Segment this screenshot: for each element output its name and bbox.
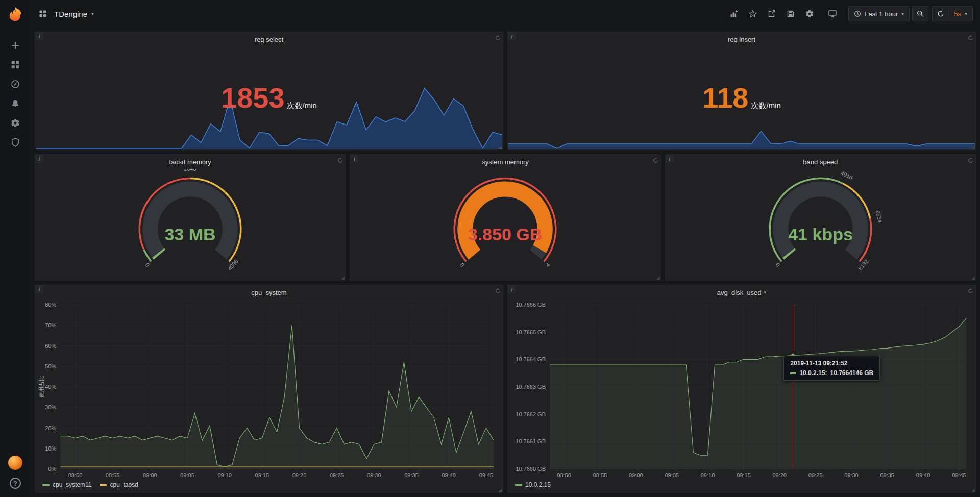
dashboard-grid: i req select 1853 次数/min i req insert 11… <box>31 28 980 497</box>
svg-text:8192: 8192 <box>856 258 869 271</box>
dashboard-settings-button[interactable] <box>801 6 818 22</box>
svg-text:10.7660 GB: 10.7660 GB <box>516 466 546 472</box>
caret-down-icon: ▾ <box>965 11 967 16</box>
panel-title-taosd-memory[interactable]: taosd memory <box>35 155 345 169</box>
sidebar-item-create[interactable] <box>0 36 31 55</box>
sidebar-item-alerting[interactable] <box>0 94 31 113</box>
sidebar-item-help[interactable]: ? <box>0 477 31 490</box>
panel-resize-handle[interactable] <box>971 488 975 492</box>
panel-info-icon[interactable]: i <box>35 32 43 40</box>
svg-text:40%: 40% <box>45 384 56 390</box>
svg-text:09:35: 09:35 <box>880 472 894 478</box>
svg-text:09:20: 09:20 <box>772 472 787 478</box>
panel-req-insert: i req insert 118 次数/min <box>507 32 976 150</box>
sidebar-item-explore[interactable] <box>0 74 31 94</box>
panel-loading-icon <box>968 34 973 43</box>
panel-title-band-speed[interactable]: band speed <box>666 155 975 169</box>
gear-icon <box>11 118 20 128</box>
panel-info-icon[interactable]: i <box>35 285 43 293</box>
graph-cpu-system[interactable]: 0%10%20%30%40%50%60%70%80%08:5008:5509:0… <box>37 300 501 480</box>
svg-text:50%: 50% <box>45 363 56 369</box>
grafana-app: ? TDengine ▾ <box>0 0 980 497</box>
svg-text:0: 0 <box>774 262 781 268</box>
svg-text:09:30: 09:30 <box>844 472 859 478</box>
sidebar-item-dashboards[interactable] <box>0 55 31 74</box>
legend-item[interactable]: 10.0.2.15 <box>515 481 551 488</box>
svg-text:09:00: 09:00 <box>629 472 643 478</box>
svg-text:09:25: 09:25 <box>330 472 344 478</box>
tooltip-series-label: 10.0.2.15: <box>799 369 827 377</box>
shield-icon <box>11 138 20 147</box>
navbar: TDengine ▾ La <box>31 0 980 28</box>
panel-resize-handle[interactable] <box>499 145 502 149</box>
panel-title-req-select[interactable]: req select <box>35 32 503 46</box>
magnifier-minus-icon <box>917 10 924 17</box>
svg-text:33 MB: 33 MB <box>164 225 215 244</box>
svg-text:08:55: 08:55 <box>106 472 120 478</box>
cycle-view-button[interactable] <box>824 6 841 22</box>
grafana-logo[interactable] <box>6 6 24 24</box>
share-button[interactable] <box>764 6 780 22</box>
svg-text:70%: 70% <box>45 322 56 328</box>
panel-band-speed: i band speed 049166554819241 kbps <box>665 154 976 281</box>
panel-loading-icon <box>495 34 501 43</box>
legend-item[interactable]: cpu_system11 <box>42 481 91 488</box>
grafana-flame-icon <box>6 6 24 24</box>
svg-text:09:10: 09:10 <box>217 472 232 478</box>
zoom-out-button[interactable] <box>912 6 928 21</box>
time-picker-button[interactable]: Last 1 hour ▾ <box>848 6 910 21</box>
panel-resize-handle[interactable] <box>499 488 502 492</box>
sidebar-item-profile[interactable] <box>0 455 31 470</box>
panel-title-req-insert[interactable]: req insert <box>508 32 975 46</box>
graph-avg-disk-used[interactable]: 10.7660 GB10.7661 GB10.7662 GB10.7663 GB… <box>510 300 973 480</box>
panel-info-icon[interactable]: i <box>508 285 516 293</box>
panel-info-icon[interactable]: i <box>666 155 674 163</box>
svg-text:80%: 80% <box>45 302 56 308</box>
save-button[interactable] <box>782 6 799 22</box>
svg-text:09:35: 09:35 <box>404 472 419 478</box>
panel-resize-handle[interactable] <box>656 276 660 280</box>
legend-item[interactable]: cpu_taosd <box>100 481 138 488</box>
avatar <box>8 456 22 470</box>
panel-title-avg-disk-used[interactable]: avg_disk_used ▾ <box>508 285 975 300</box>
panel-resize-handle[interactable] <box>971 145 975 149</box>
add-panel-button[interactable] <box>726 6 742 22</box>
caret-down-icon: ▾ <box>91 11 94 16</box>
tv-monitor-icon <box>828 10 837 18</box>
svg-text:10.7661 GB: 10.7661 GB <box>516 438 546 444</box>
svg-text:30%: 30% <box>45 404 56 410</box>
svg-text:10%: 10% <box>45 445 56 452</box>
star-button[interactable] <box>745 6 761 22</box>
svg-text:3.850 GB: 3.850 GB <box>468 225 543 244</box>
svg-text:09:10: 09:10 <box>701 472 715 478</box>
panel-resize-handle[interactable] <box>341 276 345 280</box>
panel-req-select: i req select 1853 次数/min <box>35 32 503 150</box>
svg-text:60%: 60% <box>45 343 56 349</box>
sidebar: ? <box>0 0 31 497</box>
svg-text:20%: 20% <box>45 425 56 431</box>
sidebar-item-configuration[interactable] <box>0 113 31 133</box>
panel-info-icon[interactable]: i <box>350 155 358 163</box>
panel-info-icon[interactable]: i <box>35 155 43 163</box>
svg-text:10.7663 GB: 10.7663 GB <box>516 384 546 390</box>
graph-tooltip: 2019-11-13 09:21:52 10.0.2.15: 10.766414… <box>783 356 880 381</box>
sidebar-item-server-admin[interactable] <box>0 133 31 152</box>
svg-text:2048: 2048 <box>184 169 196 172</box>
refresh-interval-label: 5s <box>954 10 961 18</box>
save-icon <box>787 10 795 18</box>
svg-text:09:45: 09:45 <box>952 472 966 478</box>
bell-icon <box>11 99 20 108</box>
panel-title-cpu-system[interactable]: cpu_system <box>35 285 503 300</box>
refresh-button[interactable] <box>932 6 948 21</box>
panel-system-memory: i system memory 043.850 GB <box>350 154 660 281</box>
panel-info-icon[interactable]: i <box>508 32 516 40</box>
panel-resize-handle[interactable] <box>971 276 975 280</box>
dashboard-grid-button[interactable] <box>35 6 51 22</box>
panel-menu-caret-icon[interactable]: ▾ <box>764 290 767 295</box>
dashboard-title-label: TDengine <box>54 10 87 18</box>
panel-title-system-memory[interactable]: system memory <box>350 155 660 169</box>
dashboard-title[interactable]: TDengine ▾ <box>54 10 94 18</box>
svg-text:08:50: 08:50 <box>68 472 83 478</box>
refresh-interval-button[interactable]: 5s ▾ <box>948 6 973 21</box>
tooltip-series-value: 10.7664146 GB <box>830 369 873 377</box>
